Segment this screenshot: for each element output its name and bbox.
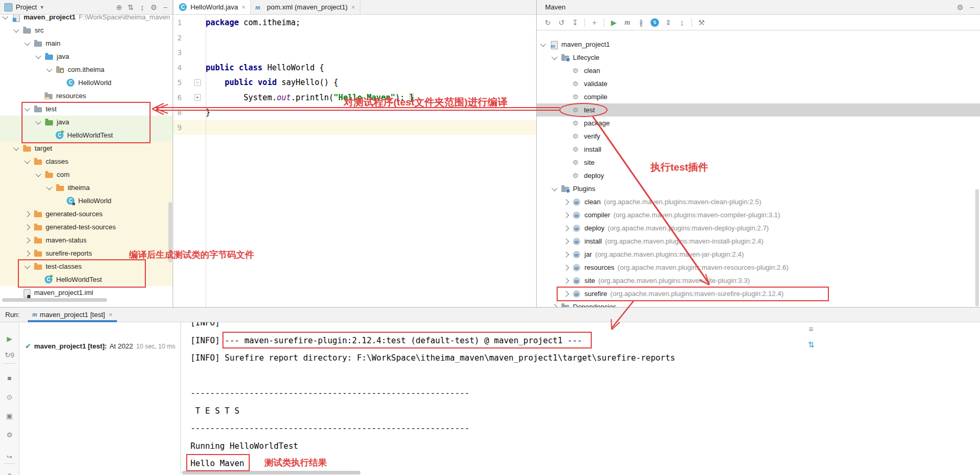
download-sources-icon[interactable]: ↧ xyxy=(568,17,582,28)
project-item-src[interactable]: src xyxy=(0,24,173,37)
run-tab[interactable]: m maven_project1 [test] × xyxy=(28,308,116,322)
run-result-row[interactable]: ✔ maven_project1 [test]: At 2022 10 sec,… xyxy=(25,342,175,350)
maven-item-dependencies[interactable]: Dependencies xyxy=(537,300,980,307)
close-icon[interactable]: × xyxy=(351,4,355,11)
project-item-test-classes[interactable]: test-classes xyxy=(0,260,173,273)
maven-settings-icon[interactable]: ⚒ xyxy=(695,17,708,28)
project-item-target[interactable]: target xyxy=(0,142,173,155)
maven-item-lifecycle[interactable]: Lifecycle xyxy=(537,51,980,64)
chevron-expanded-icon[interactable] xyxy=(24,39,30,45)
chevron-collapsed-icon[interactable] xyxy=(563,199,569,205)
chevron-collapsed-icon[interactable] xyxy=(563,265,569,270)
scroll-to-end-icon[interactable]: ⇅ xyxy=(805,340,817,350)
editor-code-area[interactable]: 1package com.itheima;234public class Hel… xyxy=(173,15,536,307)
maven-item-clean[interactable]: mclean(org.apache.maven.plugins:maven-cl… xyxy=(537,195,980,208)
code-line-8[interactable]: 8} xyxy=(173,105,536,120)
code-line-3[interactable]: 3 xyxy=(173,45,536,60)
chevron-expanded-icon[interactable] xyxy=(551,54,557,59)
project-item-generated-test-sources[interactable]: generated-test-sources xyxy=(0,220,173,234)
maven-item-site[interactable]: msite(org.apache.maven.plugins:maven-sit… xyxy=(537,274,980,287)
chevron-collapsed-icon[interactable] xyxy=(24,211,30,217)
maven-item-plugins[interactable]: Plugins xyxy=(537,182,980,195)
chevron-collapsed-icon[interactable] xyxy=(563,225,569,231)
maven-item-install[interactable]: ⚙install xyxy=(537,143,980,156)
project-item-java[interactable]: java xyxy=(0,115,173,129)
code-line-6[interactable]: 6+ System.out.println("Hello Maven"); } xyxy=(173,90,536,105)
maven-item-resources[interactable]: mresources(org.apache.maven.plugins:mave… xyxy=(537,261,980,274)
editor-tab-helloworld[interactable]: CHelloWorld.java× xyxy=(174,0,251,14)
project-item-classes[interactable]: classes xyxy=(0,155,173,168)
maven-item-verify[interactable]: ⚙verify xyxy=(537,130,980,143)
maven-item-deploy[interactable]: ⚙deploy xyxy=(537,169,980,182)
maven-item-test[interactable]: ⚙test xyxy=(537,103,980,117)
locate-icon[interactable]: ⊕ xyxy=(113,3,125,12)
close-icon[interactable]: × xyxy=(109,311,113,319)
maven-item-compiler[interactable]: mcompiler(org.apache.maven.plugins:maven… xyxy=(537,208,980,221)
reimport-icon[interactable]: ↻ xyxy=(541,17,555,28)
collapse-all-icon[interactable]: ↨ xyxy=(675,17,689,28)
project-item-test[interactable]: test xyxy=(0,102,173,115)
chevron-expanded-icon[interactable] xyxy=(13,26,19,32)
thread-dump-button[interactable]: ▣ xyxy=(0,412,19,420)
expand-all-icon[interactable]: ⇕ xyxy=(662,17,675,28)
chevron-collapsed-icon[interactable] xyxy=(24,224,30,230)
more-options-button[interactable]: » xyxy=(0,470,19,475)
maven-item-jar[interactable]: mjar(org.apache.maven.plugins:maven-jar-… xyxy=(537,248,980,261)
chevron-expanded-icon[interactable] xyxy=(540,40,546,46)
project-item-java[interactable]: java xyxy=(0,50,173,63)
chevron-collapsed-icon[interactable] xyxy=(563,278,569,283)
skip-tests-icon[interactable]: ∦ xyxy=(634,17,648,28)
chevron-collapsed-icon[interactable] xyxy=(563,212,569,218)
hide-panel-icon[interactable]: − xyxy=(966,3,977,12)
run-maven-build-icon[interactable]: ▶ xyxy=(607,17,621,28)
code-line-9[interactable]: 9 xyxy=(173,120,536,135)
chevron-collapsed-icon[interactable] xyxy=(24,237,30,243)
maven-item-validate[interactable]: ⚙validate xyxy=(537,77,980,90)
chevron-expanded-icon[interactable] xyxy=(35,52,41,58)
project-item-resources[interactable]: resources xyxy=(0,89,173,102)
project-item-helloworldtest[interactable]: CHelloWorldTest xyxy=(0,273,173,286)
fold-expand-icon[interactable]: + xyxy=(194,94,201,101)
code-line-5[interactable]: 5˅ public void sayHello() { xyxy=(173,75,536,90)
editor-tab-pom[interactable]: mpom.xml (maven_project1)× xyxy=(251,0,360,14)
collapse-all-icon[interactable]: ↨ xyxy=(136,3,148,12)
chevron-collapsed-icon[interactable] xyxy=(563,291,569,297)
hide-panel-icon[interactable]: − xyxy=(159,3,171,12)
maven-item-clean[interactable]: ⚙clean xyxy=(537,64,980,77)
code-line-1[interactable]: 1package com.itheima; xyxy=(173,15,536,30)
project-item-com-itheima[interactable]: com.itheima xyxy=(0,63,173,76)
chevron-expanded-icon[interactable] xyxy=(35,118,41,124)
chevron-expanded-icon[interactable] xyxy=(46,66,52,71)
import-test-results-button[interactable]: ↪ xyxy=(0,453,19,461)
maven-item-install[interactable]: minstall(org.apache.maven.plugins:maven-… xyxy=(537,235,980,248)
chevron-down-icon[interactable]: ▼ xyxy=(39,5,44,10)
chevron-expanded-icon[interactable] xyxy=(13,144,19,150)
project-item-surefire-reports[interactable]: surefire-reports xyxy=(0,247,173,260)
project-vertical-scrollbar[interactable] xyxy=(168,202,172,262)
maven-item-package[interactable]: ⚙package xyxy=(537,117,980,130)
project-item-helloworld[interactable]: CHelloWorld xyxy=(0,194,173,207)
fold-collapse-icon[interactable]: ˅ xyxy=(194,79,201,86)
console-horizontal-scrollbar[interactable] xyxy=(182,471,360,474)
chevron-expanded-icon[interactable] xyxy=(46,184,52,189)
chevron-expanded-icon[interactable] xyxy=(35,171,41,176)
expand-all-icon[interactable]: ⇅ xyxy=(125,3,136,12)
chevron-collapsed-icon[interactable] xyxy=(24,250,30,256)
project-panel-title[interactable]: Project xyxy=(16,3,37,11)
project-horizontal-scrollbar[interactable] xyxy=(2,298,107,302)
project-item-maven-status[interactable]: maven-status xyxy=(0,234,173,247)
maven-item-maven-project1[interactable]: mmaven_project1 xyxy=(537,38,980,51)
project-item-generated-sources[interactable]: generated-sources xyxy=(0,207,173,220)
close-icon[interactable]: × xyxy=(242,4,246,11)
code-line-4[interactable]: 4public class HelloWorld { xyxy=(173,60,536,76)
rerun-failed-tests-button[interactable]: ↻9 xyxy=(0,351,19,359)
project-item-com[interactable]: com xyxy=(0,168,173,181)
maven-item-deploy[interactable]: mdeploy(org.apache.maven.plugins:maven-d… xyxy=(537,221,980,235)
chevron-collapsed-icon[interactable] xyxy=(563,251,569,257)
project-item-maven-project1-iml[interactable]: maven_project1.iml xyxy=(0,286,173,299)
test-runner-settings-button[interactable]: ⚙ xyxy=(0,431,19,439)
settings-gear-icon[interactable]: ⚙ xyxy=(954,3,966,12)
filter-tests-button[interactable]: ⊙ xyxy=(0,393,19,401)
soft-wrap-icon[interactable]: ≡ xyxy=(805,324,817,333)
maven-vertical-scrollbar[interactable] xyxy=(975,189,979,307)
